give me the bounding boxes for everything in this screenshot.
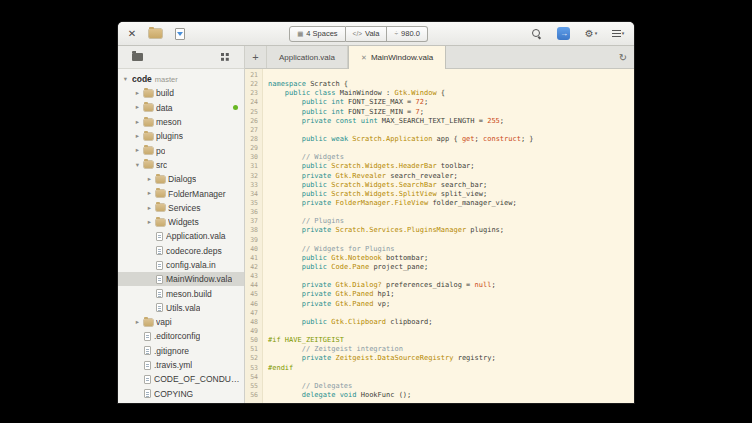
tab-strip: Application.vala✕MainWindow.vala	[267, 46, 446, 68]
code-lines: namespace Scratch { public class MainWin…	[263, 69, 634, 403]
line-number: 26	[245, 117, 258, 126]
tree-item-src[interactable]: ▾src	[118, 158, 244, 172]
expander-icon[interactable]: ▾	[134, 162, 141, 169]
sidebar: ▾codemaster▸build▸data▸meson▸plugins▸po▾…	[118, 46, 245, 403]
expander-icon[interactable]: ▸	[134, 104, 141, 111]
tab-close-icon[interactable]: ✕	[361, 54, 367, 62]
file-icon	[156, 232, 163, 241]
toolbar-segments: ▦4 Spaces</>Vala÷980.0	[289, 26, 428, 42]
tree-item-label: .editorconfig	[154, 331, 200, 341]
line-number: 45	[245, 290, 258, 299]
tree-item-Services[interactable]: ▸Services	[118, 201, 244, 215]
tree-item-.gitignore[interactable]: .gitignore	[118, 344, 244, 358]
tree-item-MainWindow.vala[interactable]: MainWindow.vala	[118, 272, 244, 286]
expander-icon[interactable]: ▸	[134, 90, 141, 97]
expander-icon[interactable]: ▸	[146, 219, 153, 226]
line-number: 48	[245, 318, 258, 327]
file-icon	[144, 389, 151, 398]
tree-item-label: Application.vala	[166, 231, 226, 241]
code-line: // Plugins	[268, 217, 634, 226]
tree-item-.travis.yml[interactable]: .travis.yml	[118, 358, 244, 372]
file-icon	[144, 375, 151, 384]
expander-icon[interactable]: ▸	[146, 205, 153, 212]
code-line: delegate void HookFunc ();	[268, 391, 634, 400]
tree-item-config.vala.in[interactable]: config.vala.in	[118, 258, 244, 272]
line-number: 51	[245, 345, 258, 354]
tree-item-Widgets[interactable]: ▸Widgets	[118, 215, 244, 229]
line-number: 54	[245, 373, 258, 382]
tree-item-label: Services	[168, 203, 201, 213]
tree-item-CODE_OF_CONDUCT.md[interactable]: CODE_OF_CONDUCT.md	[118, 372, 244, 386]
expander-icon[interactable]: ▸	[134, 133, 141, 140]
expander-icon[interactable]: ▸	[146, 190, 153, 197]
tree-item-Dialogs[interactable]: ▸Dialogs	[118, 172, 244, 186]
tree-item-vapi[interactable]: ▸vapi	[118, 315, 244, 329]
project-chooser-button[interactable]	[129, 48, 145, 66]
tree-item-build[interactable]: ▸build	[118, 86, 244, 100]
tree-item-po[interactable]: ▸po	[118, 143, 244, 157]
tree-item-COPYING[interactable]: COPYING	[118, 387, 244, 401]
file-icon	[156, 246, 163, 255]
app-window: ✕ ▦4 Spaces</>Vala÷980.0 → ⚙ ▾ ▾	[118, 22, 634, 403]
view-switcher-button[interactable]	[217, 48, 233, 66]
tree-item-label: meson.build	[166, 289, 212, 299]
editor-pane: + Application.vala✕MainWindow.vala ↻ 212…	[245, 46, 634, 403]
toolbar-right-group: → ⚙ ▾ ▾	[529, 25, 626, 43]
code-line	[268, 71, 634, 80]
line-number: 42	[245, 263, 258, 272]
expander-icon[interactable]: ▸	[134, 119, 141, 126]
folder-icon	[156, 190, 165, 197]
chevron-down-icon: ▾	[622, 31, 625, 36]
expander-icon[interactable]: ▾	[122, 76, 129, 83]
folder-icon	[144, 119, 153, 126]
segment-980-0[interactable]: ÷980.0	[387, 26, 427, 42]
line-number: 23	[245, 89, 258, 98]
tree-item-label: vapi	[156, 317, 172, 327]
tree-item-plugins[interactable]: ▸plugins	[118, 129, 244, 143]
tree-item-data[interactable]: ▸data	[118, 101, 244, 115]
segment-vala[interactable]: </>Vala	[346, 26, 388, 42]
tree-item-FolderManager[interactable]: ▸FolderManager	[118, 186, 244, 200]
expander-icon[interactable]: ▸	[134, 147, 141, 154]
code-editor[interactable]: 2122232425262728293031323334353637383940…	[245, 69, 634, 403]
tree-item-.editorconfig[interactable]: .editorconfig	[118, 329, 244, 343]
line-numbers: 2122232425262728293031323334353637383940…	[245, 69, 263, 403]
tree-item-label: Dialogs	[168, 174, 196, 184]
search-button[interactable]	[529, 25, 545, 43]
save-as-button[interactable]	[172, 25, 188, 43]
folder-icon	[144, 90, 153, 97]
line-number: 28	[245, 135, 258, 144]
expander-icon[interactable]: ▸	[134, 319, 141, 326]
expander-icon[interactable]: ▸	[146, 176, 153, 183]
tree-item-meson.build[interactable]: meson.build	[118, 286, 244, 300]
tree-item-codecore.deps[interactable]: codecore.deps	[118, 244, 244, 258]
tab-Application.vala[interactable]: Application.vala	[267, 46, 348, 68]
history-button[interactable]: ↻	[612, 46, 634, 68]
tree-item-label: COPYING	[154, 389, 193, 399]
code-line	[268, 309, 634, 318]
code-line: namespace Scratch {	[268, 80, 634, 89]
line-number: 29	[245, 144, 258, 153]
window-close-button[interactable]: ✕	[126, 29, 138, 39]
settings-button[interactable]: ⚙ ▾	[583, 25, 599, 43]
tree-item-Application.vala[interactable]: Application.vala	[118, 229, 244, 243]
header-toolbar: ✕ ▦4 Spaces</>Vala÷980.0 → ⚙ ▾ ▾	[118, 22, 634, 46]
share-button[interactable]: →	[556, 25, 572, 43]
segment-4-spaces[interactable]: ▦4 Spaces	[289, 26, 345, 42]
open-folder-button[interactable]	[147, 25, 163, 43]
tab-label: Application.vala	[279, 53, 335, 62]
code-line: private const uint MAX_SEARCH_TEXT_LENGT…	[268, 117, 634, 126]
grid-icon	[221, 53, 229, 61]
folder-icon	[144, 161, 153, 168]
line-number: 47	[245, 309, 258, 318]
tree-item-Utils.vala[interactable]: Utils.vala	[118, 301, 244, 315]
tree-item-meson[interactable]: ▸meson	[118, 115, 244, 129]
new-tab-button[interactable]: +	[245, 46, 267, 68]
code-line	[268, 327, 634, 336]
tab-MainWindow.vala[interactable]: ✕MainWindow.vala	[348, 46, 446, 69]
line-number: 24	[245, 98, 258, 107]
code-line	[268, 126, 634, 135]
line-number: 46	[245, 300, 258, 309]
tree-item-code[interactable]: ▾codemaster	[118, 72, 244, 86]
menu-button[interactable]: ▾	[610, 25, 626, 43]
